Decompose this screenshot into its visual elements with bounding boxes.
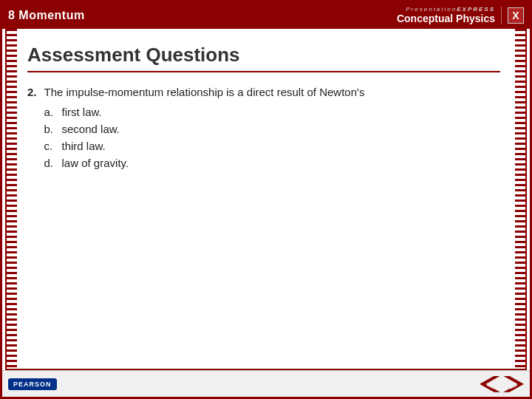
answer-row-c: c. third law. [44,140,365,152]
back-arrow-icon: ◀ [486,378,494,390]
right-border-decoration [515,29,525,369]
answer-letter-c: c. [44,140,58,152]
answer-letter-a: a. [44,106,58,118]
question-text-block: The impulse-momentum relationship is a d… [44,86,365,172]
slide-content: Assessment Questions 2. The impulse-mome… [17,29,515,369]
question-text: The impulse-momentum relationship is a d… [44,86,365,98]
chapter-title: 8 Momentum [8,9,85,22]
close-button[interactable]: X [508,7,524,24]
navigation-buttons[interactable]: ◀ ▶ [480,376,524,392]
answer-letter-d: d. [44,157,58,169]
slide-title: Assessment Questions [27,44,500,72]
header-brand: PresentationEXPRESS Conceptual Physics X [397,7,524,24]
brand-conceptual-physics: Conceptual Physics [397,13,495,24]
footer-bar: PEARSON ◀ ▶ [2,370,530,397]
answer-row-b: b. second law. [44,123,365,135]
left-border-decoration [7,29,17,369]
pearson-logo: PEARSON [8,378,57,390]
header-bar: 8 Momentum PresentationEXPRESS Conceptua… [2,2,530,29]
forward-arrow-icon: ▶ [510,378,518,390]
nav-forward-button[interactable]: ▶ [503,376,524,392]
nav-back-button[interactable]: ◀ [480,376,500,392]
answer-text-c: third law. [62,140,106,152]
question-number: 2. [27,86,37,172]
brand-text-block: PresentationEXPRESS Conceptual Physics [397,7,495,24]
answer-text-b: second law. [62,123,120,135]
question-block: 2. The impulse-momentum relationship is … [27,86,500,172]
answer-letter-b: b. [44,123,58,135]
answer-text-d: law of gravity. [62,157,129,169]
main-content-area: Assessment Questions 2. The impulse-mome… [5,29,527,371]
answer-row-d: d. law of gravity. [44,157,365,169]
header-divider [501,7,502,24]
answer-row-a: a. first law. [44,106,365,118]
answer-text-a: first law. [62,106,102,118]
